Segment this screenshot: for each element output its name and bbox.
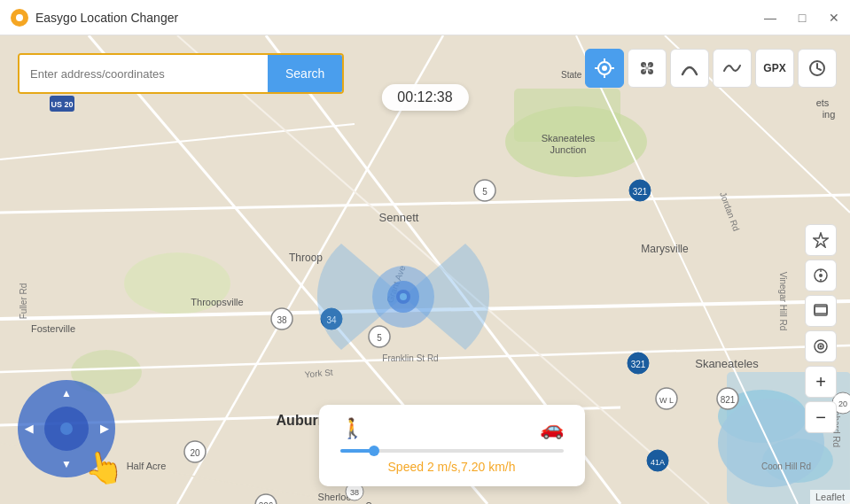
joystick-up-arrow[interactable]: ▲ bbox=[61, 387, 72, 399]
svg-text:5: 5 bbox=[482, 187, 487, 197]
cursor-hand-icon: 👆 bbox=[82, 446, 128, 489]
zoom-out-button[interactable]: − bbox=[805, 401, 837, 433]
walk-icon: 🚶 bbox=[340, 417, 364, 440]
svg-text:ets: ets bbox=[816, 97, 830, 108]
svg-point-103 bbox=[820, 345, 823, 348]
svg-point-96 bbox=[819, 274, 823, 277]
svg-text:38: 38 bbox=[350, 488, 359, 497]
svg-text:20: 20 bbox=[190, 448, 200, 458]
search-button[interactable]: Search bbox=[268, 55, 342, 92]
svg-text:20: 20 bbox=[838, 399, 847, 408]
titlebar: Easygo Location Changer — □ ✕ bbox=[0, 0, 850, 35]
app-title: Easygo Location Changer bbox=[35, 11, 754, 25]
joystick-dot bbox=[60, 423, 73, 435]
car-icon: 🚗 bbox=[540, 417, 564, 440]
timer-display: 00:12:38 bbox=[381, 84, 468, 111]
search-input[interactable] bbox=[19, 55, 268, 92]
svg-text:Fuller Rd: Fuller Rd bbox=[19, 283, 28, 320]
speed-slider-thumb[interactable] bbox=[369, 446, 379, 456]
toolbar: GPX bbox=[585, 49, 837, 88]
speed-icons: 🚶 🚗 bbox=[340, 417, 564, 440]
svg-text:Skaneateles: Skaneateles bbox=[695, 357, 759, 370]
map-area: 38 5 38 34 5 321 321 Skaneateles Junctio… bbox=[0, 35, 850, 504]
svg-text:Coon Hill Rd: Coon Hill Rd bbox=[761, 461, 811, 471]
compass-button[interactable] bbox=[805, 260, 837, 291]
location-pulse bbox=[332, 226, 474, 368]
svg-text:Marysville: Marysville bbox=[641, 243, 689, 255]
svg-text:41A: 41A bbox=[651, 458, 665, 467]
gpx-button[interactable]: GPX bbox=[755, 49, 794, 88]
svg-text:321: 321 bbox=[633, 187, 648, 197]
layers-button[interactable] bbox=[805, 295, 837, 327]
joystick-right-arrow[interactable]: ▶ bbox=[100, 423, 108, 435]
svg-text:Vinegar Hill Rd: Vinegar Hill Rd bbox=[778, 272, 788, 331]
history-button[interactable] bbox=[798, 49, 837, 88]
joystick-center bbox=[44, 407, 89, 451]
svg-text:821: 821 bbox=[721, 395, 736, 405]
svg-text:38: 38 bbox=[277, 315, 287, 325]
speed-slider-container[interactable] bbox=[340, 449, 564, 453]
route-mode-1-button[interactable] bbox=[670, 49, 709, 88]
svg-text:Junction: Junction bbox=[550, 144, 587, 155]
svg-point-82 bbox=[602, 66, 607, 71]
svg-point-80 bbox=[400, 293, 407, 300]
app-icon bbox=[11, 9, 28, 27]
route-mode-2-button[interactable] bbox=[713, 49, 752, 88]
svg-text:321: 321 bbox=[631, 360, 646, 369]
svg-text:US 20: US 20 bbox=[51, 100, 73, 109]
svg-text:W L: W L bbox=[659, 396, 674, 405]
search-bar: Search bbox=[18, 53, 344, 94]
joystick-down-arrow[interactable]: ▼ bbox=[61, 458, 72, 470]
svg-text:Fosterville: Fosterville bbox=[31, 323, 75, 334]
svg-text:Half Acre: Half Acre bbox=[127, 461, 167, 471]
svg-text:Throopsville: Throopsville bbox=[191, 297, 243, 307]
speed-value: 2 m/s,7.20 km/h bbox=[427, 460, 516, 474]
speed-label: Speed bbox=[388, 460, 424, 474]
speed-slider-track bbox=[340, 449, 564, 453]
window-controls: — □ ✕ bbox=[754, 0, 850, 35]
joystick[interactable]: ▲ ▼ ◀ ▶ 👆 bbox=[18, 380, 115, 477]
speed-panel: 🚶 🚗 Speed 2 m/s,7.20 km/h bbox=[319, 405, 585, 486]
maximize-button[interactable]: □ bbox=[786, 0, 818, 35]
close-button[interactable]: ✕ bbox=[818, 0, 850, 35]
multi-point-button[interactable] bbox=[628, 49, 667, 88]
right-controls: + − bbox=[805, 224, 837, 433]
leaflet-credit[interactable]: Leaflet bbox=[810, 490, 850, 504]
svg-marker-94 bbox=[814, 233, 828, 247]
svg-text:Skaneateles: Skaneateles bbox=[542, 133, 596, 143]
zoom-in-button[interactable]: + bbox=[805, 366, 837, 398]
svg-text:ing: ing bbox=[823, 109, 836, 120]
speed-text: Speed 2 m/s,7.20 km/h bbox=[340, 460, 564, 474]
joystick-left-arrow[interactable]: ◀ bbox=[25, 423, 33, 435]
minimize-button[interactable]: — bbox=[754, 0, 786, 35]
star-button[interactable] bbox=[805, 224, 837, 256]
location-mode-button[interactable] bbox=[585, 49, 624, 88]
target-button[interactable] bbox=[805, 330, 837, 362]
